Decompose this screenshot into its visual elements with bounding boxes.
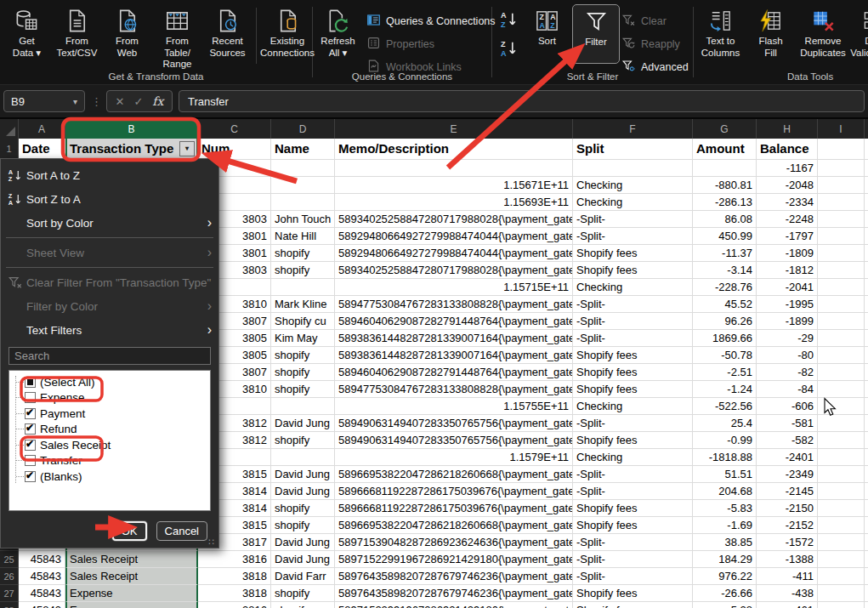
cell-E3[interactable]: 1.15671E+11 [335, 177, 573, 194]
cell-D19[interactable] [271, 449, 335, 466]
cell-C28[interactable]: 3816 [198, 602, 271, 608]
sort-button[interactable]: ZAAZSort [522, 3, 572, 48]
cell-G4[interactable]: -286.13 [693, 194, 757, 211]
cell-G5[interactable]: 86.08 [693, 211, 757, 228]
cell-H6[interactable]: -1797 [757, 228, 818, 245]
column-header-D[interactable]: D [271, 119, 335, 139]
checkbox-blanks[interactable] [25, 471, 36, 482]
cell-H12[interactable]: -29 [757, 330, 818, 347]
cell-E9[interactable]: 1.15715E+11 [335, 279, 573, 296]
cell-F28[interactable]: Shopify fees [573, 602, 693, 608]
cell-H27[interactable]: -438 [757, 585, 818, 602]
cell-I26[interactable] [818, 568, 865, 585]
cell-G24[interactable]: 38.85 [693, 534, 757, 551]
row-number-1[interactable]: 1 [0, 139, 19, 160]
cell-H28[interactable]: -461 [757, 602, 818, 608]
cell-G20[interactable]: 51.51 [693, 466, 757, 483]
flash-fill-button[interactable]: FlashFill [746, 3, 796, 59]
column-header-B[interactable]: B [65, 119, 198, 139]
cell-C1[interactable]: Num [198, 139, 271, 160]
cell-B26[interactable]: Sales Receipt [65, 568, 198, 585]
checkbox-payment[interactable] [25, 408, 36, 419]
filter-value-select-all[interactable]: (Select All) [14, 374, 210, 390]
cell-C26[interactable]: 3818 [198, 568, 271, 585]
cell-E26[interactable]: 58976435898207287679746236{\payment_gate… [335, 568, 573, 585]
cell-H15[interactable]: -84 [757, 381, 818, 398]
from-text-csv-button[interactable]: FromText/CSV [52, 3, 102, 59]
cell-F5[interactable]: -Split- [573, 211, 693, 228]
filter-value-refund[interactable]: Refund [14, 422, 210, 438]
cell-H5[interactable]: -2248 [757, 211, 818, 228]
cell-F27[interactable]: Shopify fees [573, 585, 693, 602]
row-number-25[interactable]: 25 [0, 551, 19, 568]
filter-value-transfer[interactable]: Transfer [14, 453, 210, 469]
data-validation-button[interactable]: DataValidation ▾ [850, 3, 868, 59]
cell-H23[interactable]: -2152 [757, 517, 818, 534]
text-to-columns-button[interactable]: Text toColumns [695, 3, 746, 59]
filter-button[interactable]: Filter [572, 4, 620, 64]
cell-I21[interactable] [818, 483, 865, 500]
cell-G3[interactable]: -880.81 [693, 177, 757, 194]
cell-I4[interactable] [818, 194, 865, 211]
cell-H4[interactable]: -2334 [757, 194, 818, 211]
queries-connections-button[interactable]: Queries & Connections [366, 13, 496, 30]
cell-G1[interactable]: Amount [693, 139, 757, 160]
cell-B25[interactable]: Sales Receipt [65, 551, 198, 568]
cell-D18[interactable]: shopify [271, 432, 335, 449]
cell-I17[interactable] [818, 415, 865, 432]
cell-H24[interactable]: -1572 [757, 534, 818, 551]
cell-I25[interactable] [818, 551, 865, 568]
cell-G17[interactable]: 25.4 [693, 415, 757, 432]
cell-F10[interactable]: -Split- [573, 296, 693, 313]
cell-D21[interactable]: David Jung [271, 483, 335, 500]
cell-F16[interactable]: Checking [573, 398, 693, 415]
cell-F25[interactable]: -Split- [573, 551, 693, 568]
cell-D14[interactable]: shopify [271, 364, 335, 381]
cell-F9[interactable]: Checking [573, 279, 693, 296]
sort-descending-button[interactable]: ZA [500, 39, 518, 60]
cell-D27[interactable]: shopify [271, 585, 335, 602]
resize-grip-icon[interactable]: ∷ [208, 537, 215, 548]
cell-E5[interactable]: 58934025258847280717988028{\payment_gate… [335, 211, 573, 228]
cell-E27[interactable]: 58976435898207287679746236{\payment_gate… [335, 585, 573, 602]
cell-H9[interactable]: -2041 [757, 279, 818, 296]
cell-E14[interactable]: 58946040629087282791448764{\payment_gate… [335, 364, 573, 381]
cell-G7[interactable]: -11.37 [693, 245, 757, 262]
column-header-G[interactable]: G [693, 119, 757, 139]
cell-D16[interactable] [271, 398, 335, 415]
cell-G27[interactable]: -26.66 [693, 585, 757, 602]
cell-E20[interactable]: 58966953822047286218260668{\payment_gate… [335, 466, 573, 483]
cell-F26[interactable]: -Split- [573, 568, 693, 585]
cell-I12[interactable] [818, 330, 865, 347]
cell-F12[interactable]: -Split- [573, 330, 693, 347]
ok-button[interactable]: OK [112, 521, 147, 541]
cell-D4[interactable] [271, 194, 335, 211]
cell-F11[interactable]: -Split- [573, 313, 693, 330]
cell-D10[interactable]: Mark Kline [271, 296, 335, 313]
column-header-H[interactable]: H [757, 119, 818, 139]
transaction-type-filter-dropdown-button[interactable]: ▾ [179, 141, 195, 156]
cell-G18[interactable]: -0.99 [693, 432, 757, 449]
existing-connections-button[interactable]: ExistingConnections [260, 3, 315, 59]
cell-H17[interactable]: -581 [757, 415, 818, 432]
checkbox-expense[interactable] [25, 392, 36, 403]
cell-A25[interactable]: 45843 [19, 551, 65, 568]
cell-F20[interactable]: -Split- [573, 466, 693, 483]
cell-D12[interactable]: Kim May [271, 330, 335, 347]
cell-H13[interactable]: -80 [757, 347, 818, 364]
cell-E18[interactable]: 58949063149407283350765756{\payment_gate… [335, 432, 573, 449]
cell-H1[interactable]: Balance [757, 139, 818, 160]
cell-I19[interactable] [818, 449, 865, 466]
cell-D28[interactable]: shopify [271, 602, 335, 608]
cell-G2[interactable] [693, 160, 757, 177]
cell-B27[interactable]: Expense [65, 585, 198, 602]
cell-E6[interactable]: 58929480664927279988474044{\payment_gate… [335, 228, 573, 245]
cell-A27[interactable]: 45843 [19, 585, 65, 602]
cell-E24[interactable]: 58971539048287286923624636{\payment_gate… [335, 534, 573, 551]
cell-E2[interactable] [335, 160, 573, 177]
cell-G14[interactable]: -2.51 [693, 364, 757, 381]
filter-value-payment[interactable]: Payment [14, 406, 210, 422]
column-header-E[interactable]: E [335, 119, 573, 139]
cell-H2[interactable]: -1167 [757, 160, 818, 177]
cell-I7[interactable] [818, 245, 865, 262]
